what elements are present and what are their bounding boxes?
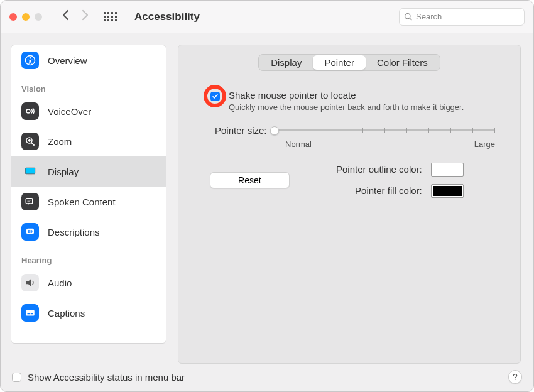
sidebar-item-zoom[interactable]: Zoom [11, 126, 166, 156]
content: Overview Vision VoiceOver Zoom Display [1, 33, 533, 366]
outline-color-well[interactable] [431, 163, 464, 177]
sidebar-item-captions[interactable]: Captions [11, 298, 166, 328]
shake-pointer-option: Shake mouse pointer to locate Quickly mo… [206, 90, 489, 113]
search-wrap [399, 8, 525, 26]
sidebar-item-spoken-content[interactable]: Spoken Content [11, 187, 166, 217]
sidebar-label: Zoom [48, 136, 72, 147]
sidebar-item-audio[interactable]: Audio [11, 268, 166, 298]
sidebar-label: VoiceOver [48, 106, 91, 117]
sidebar-label: Descriptions [48, 227, 100, 237]
slider-thumb[interactable] [270, 126, 279, 135]
svg-point-1 [30, 57, 31, 59]
search-icon [404, 13, 413, 21]
svg-rect-9 [26, 310, 35, 316]
svg-rect-5 [28, 175, 32, 176]
sidebar-label: Overview [48, 55, 87, 66]
settings-panel: Display Pointer Color Filters Shake mous… [178, 45, 521, 364]
shake-pointer-label: Shake mouse pointer to locate [229, 90, 489, 101]
bottom-bar: Show Accessibility status in menu bar ? [1, 366, 533, 391]
pointer-size-row: Pointer size: [215, 124, 495, 137]
zoom-button-disabled [35, 13, 42, 21]
sidebar: Overview Vision VoiceOver Zoom Display [11, 45, 166, 344]
voiceover-icon [21, 102, 39, 120]
sidebar-item-voiceover[interactable]: VoiceOver [11, 96, 166, 126]
pointer-color-rows: Pointer outline color: Reset Pointer fil… [210, 163, 501, 198]
spoken-content-icon [21, 193, 39, 210]
help-button[interactable]: ? [508, 370, 522, 384]
fill-color-label: Pointer fill color: [298, 185, 422, 196]
slider-range-labels: Normal Large [285, 139, 495, 149]
audio-icon [21, 274, 39, 291]
slider-min-label: Normal [285, 139, 312, 149]
sidebar-item-descriptions[interactable]: 99 Descriptions [11, 217, 166, 247]
window-controls [9, 13, 42, 21]
close-button[interactable] [9, 13, 17, 21]
sidebar-label: Spoken Content [48, 197, 116, 207]
tab-color-filters[interactable]: Color Filters [366, 55, 439, 70]
zoom-icon [21, 133, 39, 150]
sidebar-label: Captions [48, 308, 85, 318]
svg-text:99: 99 [28, 229, 33, 234]
highlight-ring [204, 85, 226, 107]
forward-button[interactable] [81, 9, 89, 24]
main-area: Display Pointer Color Filters Shake mous… [166, 33, 533, 366]
slider-max-label: Large [474, 139, 495, 149]
back-button[interactable] [62, 9, 70, 24]
menubar-status-checkbox[interactable] [12, 373, 21, 382]
svg-point-2 [26, 109, 30, 113]
display-icon [21, 163, 39, 180]
pointer-size-slider[interactable] [275, 124, 495, 137]
navigation-arrows [62, 9, 89, 24]
sidebar-label: Display [48, 166, 79, 177]
system-preferences-window: Accessibility Overview Vision VoiceOver [0, 0, 534, 392]
sidebar-section-vision: Vision [11, 75, 166, 96]
tab-pointer[interactable]: Pointer [313, 55, 366, 70]
reset-button[interactable]: Reset [210, 172, 290, 188]
titlebar: Accessibility [1, 1, 533, 33]
sidebar-section-hearing: Hearing [11, 247, 166, 268]
shake-pointer-checkbox[interactable] [210, 92, 220, 101]
sidebar-item-overview[interactable]: Overview [11, 45, 166, 75]
sidebar-item-display[interactable]: Display [11, 156, 166, 187]
search-input[interactable] [399, 8, 525, 26]
captions-icon [21, 304, 39, 322]
show-all-icon[interactable] [104, 12, 117, 21]
window-title: Accessibility [134, 11, 200, 23]
accessibility-icon [21, 52, 39, 69]
minimize-button[interactable] [22, 13, 30, 21]
shake-pointer-description: Quickly move the mouse pointer back and … [229, 102, 489, 113]
svg-rect-4 [25, 168, 35, 174]
tab-display[interactable]: Display [259, 55, 313, 70]
svg-rect-6 [26, 199, 33, 204]
outline-color-label: Pointer outline color: [298, 164, 422, 175]
tab-segmented-control: Display Pointer Color Filters [197, 54, 501, 71]
pointer-size-label: Pointer size: [215, 125, 267, 136]
menubar-status-label: Show Accessibility status in menu bar [28, 372, 185, 383]
descriptions-icon: 99 [21, 223, 39, 241]
fill-color-well[interactable] [431, 184, 464, 198]
sidebar-label: Audio [48, 278, 72, 288]
